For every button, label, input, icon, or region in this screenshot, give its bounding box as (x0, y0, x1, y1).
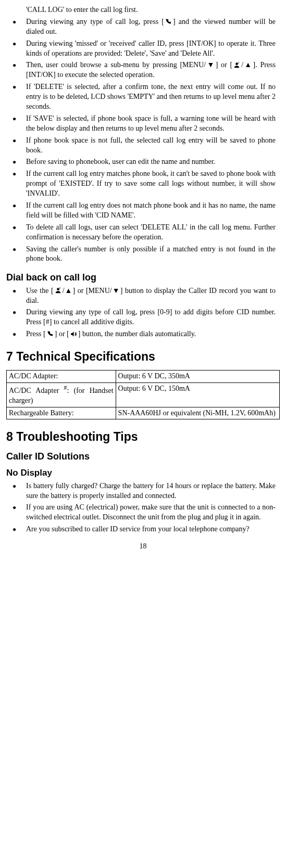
list-item: If the current call log entry matches ph… (6, 169, 280, 199)
nodisplay-heading: No Display (6, 467, 280, 479)
spec-value: Output: 6 V DC, 150mA (116, 383, 279, 407)
spec-table: AC/DC Adapter:Output: 6 V DC, 350mAAC/DC… (6, 370, 280, 419)
list-item: If 'SAVE' is selected, if phone book spa… (6, 114, 280, 134)
spec-label: AC/DC Adapter #: (for Handset charger) (7, 383, 116, 407)
handset-icon (164, 18, 173, 25)
svg-text:?: ? (238, 61, 239, 65)
list-item: Saving the caller's number is only possi… (6, 245, 280, 264)
list-item: Use the [?/▲] or [MENU/▼] button to disp… (6, 286, 280, 306)
person-icon: ? (232, 61, 241, 69)
spec-value: SN-AAA60HJ or equivalent (Ni-MH, 1.2V, 6… (116, 407, 279, 419)
svg-text:?: ? (59, 287, 60, 290)
list-item: If 'DELETE' is selected, after a confirm… (6, 82, 280, 112)
nodisplay-list: Is battery fully charged? Charge the bat… (6, 481, 280, 534)
list-item: If phone book space is not full, the sel… (6, 136, 280, 156)
table-row: AC/DC Adapter #: (for Handset charger)Ou… (7, 383, 280, 407)
tech-heading: 7 Technical Specifications (6, 349, 280, 365)
trouble-heading: 8 Troubleshooting Tips (6, 429, 280, 445)
callerid-heading: Caller ID Solutions (6, 450, 280, 463)
intro-text: 'CALL LOG' to enter the call log first. (6, 5, 280, 15)
page-number: 18 (6, 542, 280, 552)
spec-value: Output: 6 V DC, 350mA (116, 371, 279, 383)
table-row: Rechargeable Battery:SN-AAA60HJ or equiv… (7, 407, 280, 419)
list-item: To delete all call logs, user can select… (6, 223, 280, 242)
list-item: If you are using AC (electrical) power, … (6, 503, 280, 522)
speaker-icon (69, 330, 78, 338)
list-item: During viewing any type of call log, pre… (6, 17, 280, 37)
table-row: AC/DC Adapter:Output: 6 V DC, 350mA (7, 371, 280, 383)
spec-label: Rechargeable Battery: (7, 407, 116, 419)
main-list: During viewing any type of call log, pre… (6, 17, 280, 264)
list-item: Are you subscribed to caller ID service … (6, 525, 280, 534)
list-item: During viewing 'missed' or 'received' ca… (6, 39, 280, 59)
list-item: Before saving to phonebook, user can edi… (6, 157, 280, 167)
list-item: Then, user could browse a sub-menu by pr… (6, 60, 280, 80)
list-item: Is battery fully charged? Charge the bat… (6, 481, 280, 501)
list-item: If the current call log entry does not m… (6, 201, 280, 221)
handset-icon (46, 330, 55, 338)
spec-label: AC/DC Adapter: (7, 371, 116, 383)
list-item: During viewing any type of call log, pre… (6, 308, 280, 327)
list-item: Press [] or [] button, the number dials … (6, 329, 280, 339)
dialback-heading: Dial back on call log (6, 271, 280, 284)
dialback-list: Use the [?/▲] or [MENU/▼] button to disp… (6, 286, 280, 339)
person-icon: ? (54, 287, 63, 295)
